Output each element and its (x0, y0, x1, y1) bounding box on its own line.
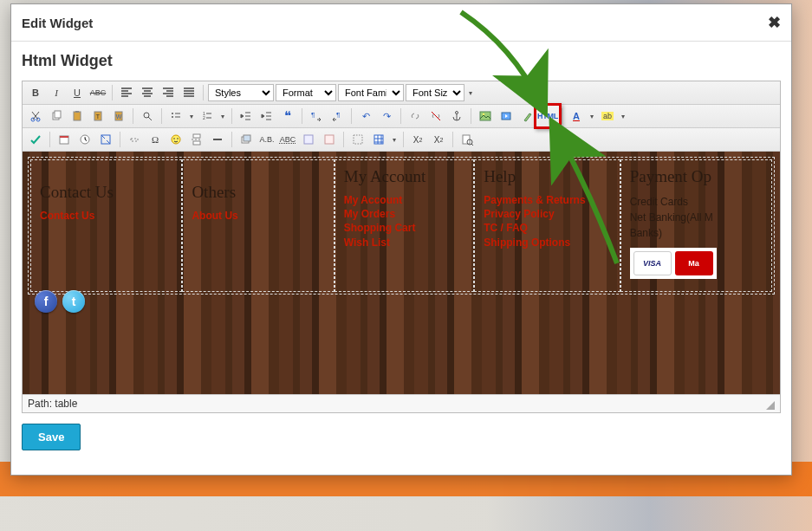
font-family-select[interactable]: Font Family (338, 84, 404, 101)
pagebreak-button[interactable] (187, 131, 206, 148)
svg-rect-22 (60, 136, 68, 138)
cleanup-button[interactable] (517, 107, 536, 125)
toolbar-separator (343, 132, 344, 147)
font-size-select[interactable]: Font Size (406, 84, 464, 101)
toolbar-separator (120, 132, 120, 147)
insert-time-button[interactable] (75, 131, 94, 148)
special-char-button[interactable]: Ω (146, 131, 165, 148)
text-color-button[interactable]: A (567, 107, 586, 125)
undo-button[interactable]: ↶ (356, 107, 375, 125)
styles-select[interactable]: Styles (208, 84, 274, 101)
dialog-close-button[interactable]: ✖ (768, 13, 781, 32)
emoticon-button[interactable] (166, 131, 185, 148)
preview-button[interactable] (458, 131, 477, 148)
acronym-button[interactable]: ABC (278, 131, 297, 148)
svg-rect-3 (55, 111, 61, 118)
footer-columns: Contact Us Contact Us Others About Us My… (30, 159, 772, 292)
footer-link[interactable]: My Orders (344, 207, 464, 221)
footer-col-help: Help Payments & Returns Privacy Policy T… (474, 159, 620, 292)
copy-button[interactable] (47, 107, 66, 125)
numbered-list-caret[interactable]: ▾ (218, 107, 227, 125)
footer-link[interactable]: Contact Us (40, 209, 172, 223)
svg-text:¶: ¶ (336, 111, 340, 119)
non-breaking-space-button[interactable] (125, 131, 144, 148)
footer-link[interactable]: About Us (192, 209, 324, 223)
svg-point-11 (172, 113, 173, 114)
underline-button[interactable]: U (68, 84, 87, 101)
insert-media-button[interactable] (497, 107, 516, 125)
strikethrough-button[interactable]: ABC (88, 84, 107, 101)
superscript-button[interactable]: X2 (429, 131, 448, 148)
fullscreen-button[interactable] (96, 131, 115, 148)
align-justify-button[interactable] (179, 84, 198, 101)
footer-heading: Others (192, 183, 324, 202)
show-blocks-button[interactable] (348, 131, 367, 148)
footer-col-others: Others About Us (182, 159, 334, 292)
svg-point-27 (173, 138, 175, 139)
table-caret[interactable]: ▾ (390, 131, 399, 148)
toolbar-separator (452, 132, 453, 147)
insert-date-button[interactable] (55, 131, 74, 148)
twitter-icon[interactable]: t (62, 290, 85, 313)
anchor-button[interactable] (447, 107, 466, 125)
paste-word-button[interactable]: W (109, 107, 128, 125)
toolbar-separator (562, 108, 562, 124)
paste-text-button[interactable]: T (88, 107, 107, 125)
toolbar-separator (161, 108, 162, 124)
ltr-button[interactable]: ¶ (307, 107, 326, 125)
toolbar-separator (231, 132, 232, 147)
editor-path-text: Path: table (28, 398, 77, 410)
svg-rect-18 (480, 112, 490, 120)
facebook-icon[interactable]: f (35, 290, 57, 313)
italic-button[interactable]: I (47, 84, 66, 101)
link-button[interactable] (406, 107, 425, 125)
dialog-title: Edit Widget (22, 16, 93, 30)
footer-link[interactable]: My Account (344, 193, 464, 207)
indent-button[interactable] (257, 107, 276, 125)
bg-color-button[interactable]: ab (598, 107, 617, 125)
insert-image-button[interactable] (476, 107, 495, 125)
format-select[interactable]: Format (276, 84, 336, 101)
insert-table-button[interactable] (369, 131, 388, 148)
cut-button[interactable] (26, 107, 45, 125)
save-button[interactable]: Save (22, 424, 81, 450)
bg-color-caret[interactable]: ▾ (619, 107, 627, 125)
redo-button[interactable]: ↷ (377, 107, 396, 125)
del-button[interactable] (320, 131, 339, 148)
align-left-button[interactable] (117, 84, 136, 101)
footer-link[interactable]: Shipping Options (484, 236, 610, 249)
footer-link[interactable]: TC / FAQ (484, 221, 610, 235)
resize-grip-icon[interactable] (766, 401, 775, 410)
rtl-button[interactable]: ¶ (328, 107, 347, 125)
dialog-header: Edit Widget ✖ (11, 4, 791, 42)
find-replace-button[interactable] (138, 107, 157, 125)
spellcheck-button[interactable] (26, 131, 45, 148)
footer-link[interactable]: Shopping Cart (344, 221, 464, 235)
outdent-button[interactable] (237, 107, 256, 125)
subscript-button[interactable]: X2 (408, 131, 427, 148)
paste-button[interactable] (68, 107, 87, 125)
align-right-button[interactable] (159, 84, 178, 101)
svg-text:2: 2 (203, 115, 205, 120)
font-size-dropdown-caret[interactable]: ▾ (466, 84, 475, 101)
abbr-button[interactable]: A.B. (257, 131, 276, 148)
hr-button[interactable] (208, 131, 227, 148)
svg-point-12 (172, 116, 173, 118)
bold-button[interactable]: B (26, 84, 45, 101)
footer-link[interactable]: Privacy Policy (484, 207, 610, 221)
align-center-button[interactable] (138, 84, 157, 101)
rich-text-editor: B I U ABC Styles Format Font Family Font… (22, 81, 781, 413)
insert-layer-button[interactable] (237, 131, 256, 148)
cite-button[interactable] (299, 131, 318, 148)
footer-link[interactable]: Payments & Returns (484, 193, 610, 207)
edit-widget-dialog: Edit Widget ✖ Html Widget B I U ABC Styl… (10, 3, 792, 476)
html-source-button[interactable]: HTML (538, 107, 557, 125)
numbered-list-button[interactable]: 12 (198, 107, 217, 125)
editor-canvas[interactable]: Contact Us Contact Us Others About Us My… (23, 152, 780, 394)
bullet-list-button[interactable] (166, 107, 185, 125)
footer-link[interactable]: Wish List (344, 236, 464, 249)
unlink-button[interactable] (426, 107, 445, 125)
blockquote-button[interactable]: ❝ (278, 107, 297, 125)
text-color-caret[interactable]: ▾ (588, 107, 596, 125)
bullet-list-caret[interactable]: ▾ (187, 107, 196, 125)
